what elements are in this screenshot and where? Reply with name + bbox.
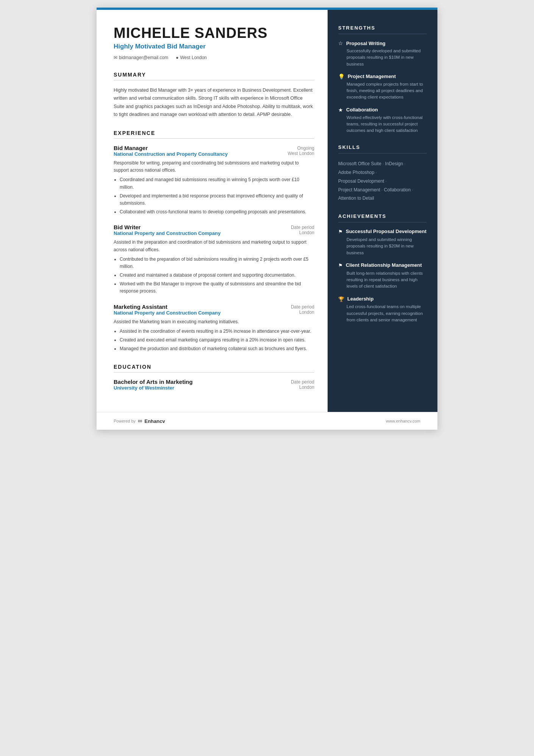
location-contact: ● West London (176, 55, 207, 60)
job-location-2: London (291, 230, 314, 235)
job-desc-2: Assisted in the preparation and coordina… (114, 239, 314, 253)
job-title-3: Marketing Assistant (114, 304, 291, 310)
job-header-2: Bid Writer National Property and Constru… (114, 224, 314, 237)
strength-item-1: ☆ Proposal Writing Successfully develope… (338, 40, 427, 67)
strength-name-1: Proposal Writing (346, 41, 386, 46)
powered-by-label: Powered by (114, 419, 136, 423)
summary-text: Highly motivated Bid Manager with 3+ yea… (114, 86, 314, 119)
job-desc-1: Responsible for writing, preparing and c… (114, 160, 314, 174)
job-left-1: Bid Manager National Construction and Pr… (114, 145, 288, 158)
edu-left-1: Bachelor of Arts in Marketing University… (114, 379, 291, 391)
strength-item-2: 💡 Project Management Managed complex pro… (338, 74, 427, 101)
skill-7: Attention to Detail (338, 196, 374, 201)
sep-2: · (403, 161, 406, 166)
candidate-name: MICHELLE SANDERS (114, 25, 314, 41)
job-header-1: Bid Manager National Construction and Pr… (114, 145, 314, 158)
edu-location-1: London (291, 385, 314, 390)
footer-brand: Enhancv (145, 418, 165, 424)
achievement-name-1: Successful Proposal Development (346, 229, 426, 235)
skills-section-title: SKILLS (338, 144, 427, 150)
bullet-1-1: Coordinated and managed bid submissions … (120, 176, 314, 191)
job-title-2: Bid Writer (114, 224, 291, 230)
strength-name-3: Collaboration (346, 107, 378, 113)
job-date-1: Ongoing (288, 146, 315, 151)
sep-3: · (374, 170, 377, 175)
right-column: STRENGTHS ☆ Proposal Writing Successfull… (328, 10, 437, 412)
achievement-item-1: ⚑ Successful Proposal Development Develo… (338, 229, 427, 256)
bullet-1-3: Collaborated with cross-functional teams… (120, 208, 314, 216)
job-location-1: West London (288, 151, 315, 156)
strength-header-1: ☆ Proposal Writing (338, 40, 427, 46)
sep-1: · (381, 161, 385, 166)
job-title-1: Bid Manager (114, 145, 288, 151)
skill-3: Adobe Photoshop (338, 170, 374, 175)
education-section-title: EDUCATION (114, 364, 314, 370)
achievements-divider (338, 222, 427, 222)
summary-section-title: SUMMARY (114, 72, 314, 78)
job-bullets-3: Assisted in the coordination of events r… (114, 328, 314, 353)
achievement-header-1: ⚑ Successful Proposal Development (338, 229, 427, 235)
email-icon: ✉ (114, 55, 117, 60)
job-company-3: National Property and Construction Compa… (114, 310, 291, 316)
left-column: MICHELLE SANDERS Highly Motivated Bid Ma… (97, 10, 328, 412)
job-block-3: Marketing Assistant National Property an… (114, 304, 314, 353)
sep-5: · (380, 187, 384, 193)
achievement-desc-3: Led cross-functional teams on multiple s… (338, 304, 427, 323)
bullet-1-2: Developed and implemented a bid response… (120, 193, 314, 207)
strength-icon-2: 💡 (338, 74, 345, 80)
email-value: bidmanager@email.com (119, 55, 168, 60)
header-contact: ✉ bidmanager@email.com ● West London (114, 55, 314, 60)
skill-2: InDesign (385, 161, 403, 166)
resume-wrapper: MICHELLE SANDERS Highly Motivated Bid Ma… (97, 8, 437, 430)
resume-body: MICHELLE SANDERS Highly Motivated Bid Ma… (97, 10, 437, 412)
strength-item-3: ★ Collaboration Worked effectively with … (338, 107, 427, 134)
sep-4: · (384, 178, 387, 184)
bullet-3-3: Managed the production and distribution … (120, 345, 314, 352)
achievement-icon-3: 🏆 (338, 296, 344, 302)
sep-6: · (411, 187, 413, 193)
enhancv-logo-icon: ∞ (138, 418, 142, 424)
job-company-2: National Property and Construction Compa… (114, 230, 291, 236)
achievements-section: ACHIEVEMENTS ⚑ Successful Proposal Devel… (338, 213, 427, 323)
achievements-section-title: ACHIEVEMENTS (338, 213, 427, 219)
job-right-1: Ongoing West London (288, 145, 315, 156)
experience-divider (114, 138, 314, 139)
skill-1: Microsoft Office Suite (338, 161, 381, 166)
job-right-2: Date period London (291, 224, 314, 235)
strength-desc-3: Worked effectively with cross-functional… (338, 114, 427, 134)
bullet-3-1: Assisted in the coordination of events r… (120, 328, 314, 335)
strength-header-3: ★ Collaboration (338, 107, 427, 113)
strength-header-2: 💡 Project Management (338, 74, 427, 80)
job-bullets-1: Coordinated and managed bid submissions … (114, 176, 314, 216)
footer: Powered by ∞ Enhancv www.enhancv.com (97, 412, 437, 430)
skills-divider (338, 153, 427, 153)
achievement-header-3: 🏆 Leadership (338, 296, 427, 302)
edu-date-1: Date period (291, 379, 314, 385)
achievement-desc-1: Developed and submitted winning proposal… (338, 236, 427, 256)
strength-desc-1: Successfully developed and submitted pro… (338, 48, 427, 67)
job-date-3: Date period (291, 304, 314, 310)
email-contact: ✉ bidmanager@email.com (114, 55, 168, 60)
job-block-2: Bid Writer National Property and Constru… (114, 224, 314, 295)
achievement-icon-1: ⚑ (338, 229, 343, 235)
edu-school-1: University of Westminster (114, 385, 291, 391)
strength-name-2: Project Management (348, 74, 396, 79)
skill-5: Project Management (338, 187, 380, 193)
job-header-3: Marketing Assistant National Property an… (114, 304, 314, 316)
experience-section-title: EXPERIENCE (114, 130, 314, 136)
job-left-2: Bid Writer National Property and Constru… (114, 224, 291, 237)
strength-icon-1: ☆ (338, 40, 343, 46)
candidate-title: Highly Motivated Bid Manager (114, 43, 314, 50)
skill-4: Proposal Development (338, 178, 384, 184)
job-location-3: London (291, 310, 314, 315)
skills-section: SKILLS Microsoft Office Suite · InDesign… (338, 144, 427, 203)
header-section: MICHELLE SANDERS Highly Motivated Bid Ma… (114, 25, 314, 60)
footer-left: Powered by ∞ Enhancv (114, 418, 165, 424)
location-value: West London (180, 55, 207, 60)
bullet-3-2: Created and executed email marketing cam… (120, 337, 314, 344)
job-company-1: National Construction and Property Consu… (114, 151, 288, 157)
strength-icon-3: ★ (338, 107, 343, 113)
job-date-2: Date period (291, 225, 314, 230)
bullet-2-2: Created and maintained a database of pro… (120, 272, 314, 279)
edu-header-1: Bachelor of Arts in Marketing University… (114, 379, 314, 391)
